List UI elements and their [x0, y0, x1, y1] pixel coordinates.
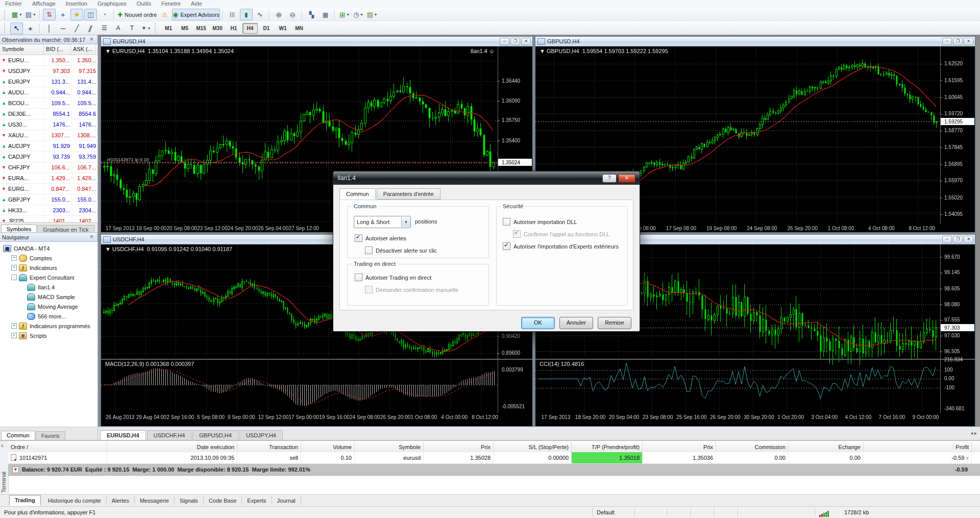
new-order-button[interactable]: ✚Nouvel ordre [117, 9, 157, 20]
market-watch-row-EURU[interactable]: ▼EURU...1.350...1.350... [0, 55, 97, 66]
minimize-button[interactable]: ─ [942, 38, 952, 45]
terminal-tab-signals[interactable]: Signals [175, 496, 204, 505]
tree-item-scripts[interactable]: +≣Scripts [0, 331, 97, 340]
market-watch-row-CADJPY[interactable]: ▲CADJPY93.73993.759 [0, 152, 97, 162]
tree-item-expert-consultant[interactable]: -Expert Consultant [0, 273, 97, 282]
terminal-column-9[interactable]: Commission [716, 442, 789, 452]
label-tool[interactable]: T [126, 22, 138, 34]
tree-item-moving-average[interactable]: Moving Average [0, 302, 97, 311]
cursor-tool[interactable]: ↖ [10, 22, 23, 34]
tree-item-oanda-mt4[interactable]: ▦OANDA - MT4 [0, 243, 97, 253]
checkbox[interactable] [355, 274, 362, 281]
timeframe-mn[interactable]: MN [291, 23, 307, 34]
market-watch-row-USDJPY[interactable]: ▼USDJPY97.30397.315 [0, 66, 97, 77]
expand-icon[interactable]: + [11, 323, 17, 329]
chart-window-titlebar[interactable]: EURUSD,H4─❐✕ [101, 37, 532, 46]
tree-item-indicateurs[interactable]: +ƒIndicateurs [0, 263, 97, 273]
terminal-column-0[interactable]: Ordre / [8, 442, 107, 452]
new-chart[interactable]: ▦▾ [10, 9, 23, 20]
checkbox[interactable] [503, 218, 510, 226]
terminal-column-6[interactable]: S/L (Stop/Perte) [494, 442, 572, 452]
terminal-column-11[interactable]: Profit [864, 442, 972, 452]
menu-outils[interactable]: Outils [132, 0, 156, 7]
terminal-tab-alertes[interactable]: Alertes [107, 496, 135, 505]
maximize-button[interactable]: ❐ [953, 38, 963, 45]
text-tool[interactable]: A [112, 22, 125, 34]
navigator-tab-favoris[interactable]: Favoris [36, 431, 65, 440]
navigator-toggle[interactable]: ★ [70, 9, 83, 20]
terminal-tab-journal[interactable]: Journal [272, 496, 301, 505]
collapse-icon[interactable]: - [11, 275, 17, 280]
market-watch-row-GBPJPY[interactable]: ▲GBPJPY155.0...155.0... [0, 194, 97, 205]
market-watch-row-EURJPY[interactable]: ▲EURJPY131.3...131.4... [0, 77, 97, 87]
navigator-tab-commun[interactable]: Commun [1, 431, 35, 440]
timeframe-h4[interactable]: H4 [242, 23, 258, 34]
chart-tab-usdjpy-h4[interactable]: USDJPY,H4 [239, 430, 283, 440]
crosshair-tool[interactable]: + [24, 22, 37, 34]
market-watch-column-1[interactable]: BID (... [44, 44, 71, 55]
expand-icon[interactable]: + [11, 255, 17, 261]
vline-tool[interactable]: │ [43, 22, 56, 34]
terminal-tab-historique-du-compte[interactable]: Historique du compte [43, 496, 107, 505]
close-button[interactable]: ✕ [964, 236, 973, 243]
market-watch-row-DE30E[interactable]: ▲DE30E...8554.18554.6 [0, 109, 97, 119]
menu-graphiques[interactable]: Graphiques [92, 0, 132, 7]
timeframe-m1[interactable]: M1 [161, 23, 176, 34]
close-icon[interactable]: ✕ [88, 234, 95, 240]
expert-advisors-button[interactable]: ◉Expert Advisors [172, 9, 220, 20]
expand-icon[interactable]: + [11, 333, 17, 338]
menu-fichier[interactable]: Fichier [0, 0, 27, 7]
dialog-help-button[interactable]: ? [602, 174, 617, 183]
market-watch-row-US30[interactable]: ▲US30...1476...1476... [0, 119, 97, 130]
channel-tool[interactable]: ∥ [84, 22, 97, 34]
fibonacci-tool[interactable]: ☰ [98, 22, 111, 34]
shapes-menu[interactable]: ✦▾ [139, 22, 152, 34]
menu-affichage[interactable]: Affichage [27, 0, 61, 7]
maximize-button[interactable]: ❐ [953, 236, 963, 243]
terminal-column-3[interactable]: Volume [301, 442, 355, 452]
tree-item-ilan1-4[interactable]: Ilan1.4 [0, 282, 97, 292]
market-watch-row-AUDJPY[interactable]: ▲AUDJPY91.92991.949 [0, 141, 97, 152]
terminal-close-button[interactable]: x [1, 443, 4, 448]
zoom-out[interactable]: ⊖ [286, 9, 299, 20]
tile-windows[interactable]: ▦ [319, 9, 332, 20]
data-window-toggle[interactable]: ⌖ [57, 9, 69, 20]
tab-scroll-arrows[interactable]: ◂ ▸ [970, 430, 977, 436]
terminal-column-4[interactable]: Symbole [355, 442, 424, 452]
cascade-windows[interactable]: ▚ [305, 9, 318, 20]
terminal-tab-experts[interactable]: Experts [242, 496, 272, 505]
terminal-tab-code-base[interactable]: Code Base [204, 496, 242, 505]
dialog-tab-parameters[interactable]: Parameters d'entrée [377, 188, 440, 200]
order-close-mark[interactable]: x [964, 455, 969, 461]
terminal-tab-trading[interactable]: Trading [9, 495, 41, 506]
checkbox[interactable] [355, 234, 362, 242]
timeframe-h1[interactable]: H1 [226, 23, 241, 34]
terminal-column-10[interactable]: Echange [789, 442, 864, 452]
chart-window-titlebar[interactable]: GBPUSD,H4─❐✕ [535, 37, 975, 46]
scroll-left-icon[interactable]: ◂ [970, 430, 974, 436]
dialog-tab-commun[interactable]: Commun [339, 188, 376, 200]
dialog-close-button[interactable]: ✕ [618, 174, 635, 183]
market-watch-row-BCOU[interactable]: ▲BCOU...109.5...109.5... [0, 98, 97, 109]
menu-aide[interactable]: Aide [186, 0, 207, 7]
close-icon[interactable]: ✕ [88, 36, 95, 43]
chart-tab-eurusd-h4[interactable]: EURUSD,H4 [100, 430, 146, 440]
timeframe-m30[interactable]: M30 [210, 23, 225, 34]
hline-tool[interactable]: ─ [57, 22, 69, 34]
metaeditor-warning[interactable]: ⚠ [158, 9, 171, 20]
market-watch-toggle[interactable]: ⇅ [43, 9, 56, 20]
tree-item-comptes[interactable]: +Comptes [0, 253, 97, 263]
maximize-button[interactable]: ❐ [510, 38, 520, 45]
menu-fenetre[interactable]: Fenetre [156, 0, 186, 7]
close-button[interactable]: ✕ [964, 38, 973, 45]
status-profile[interactable]: Default [592, 508, 634, 517]
menu-insertion[interactable]: Insertion [61, 0, 92, 7]
expand-icon[interactable]: + [11, 265, 17, 270]
market-watch-row-EURA[interactable]: ▼EURA...1.429...1.429... [0, 173, 97, 184]
tree-item-macd-sample[interactable]: MACD Sample [0, 292, 97, 302]
minimize-button[interactable]: ─ [500, 38, 509, 45]
market-watch-row-HK33[interactable]: ▲HK33...2303...2304... [0, 205, 97, 216]
tree-item-566-more-[interactable]: 566 more... [0, 311, 97, 321]
bar-chart-mode[interactable]: ||| [226, 9, 239, 20]
terminal-column-7[interactable]: T/P (Prendre/profit) [572, 442, 643, 452]
